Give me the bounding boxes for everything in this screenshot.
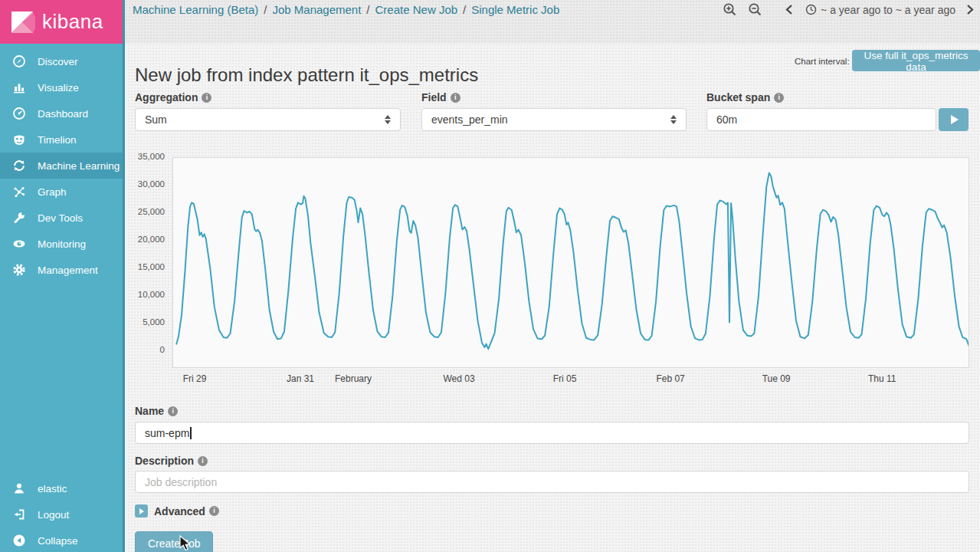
info-icon[interactable]: i	[202, 93, 211, 103]
sidebar-item-timelion[interactable]: Timelion	[0, 127, 123, 153]
sidebar-item-label: Graph	[38, 186, 67, 198]
sidebar-item-discover[interactable]: Discover	[0, 48, 123, 74]
wrench-icon	[11, 211, 27, 225]
info-icon[interactable]: i	[209, 506, 219, 516]
x-axis-tick-label: Fri 05	[538, 373, 592, 384]
sidebar-item-collapse[interactable]: Collapse	[0, 527, 123, 552]
sidebar-item-user-elastic[interactable]: elastic	[0, 475, 123, 501]
sidebar-item-machine-learning[interactable]: Machine Learning	[0, 153, 123, 179]
x-axis-tick-label: Tue 09	[749, 373, 803, 384]
kibana-logo[interactable]: kibana	[0, 0, 123, 44]
sidebar-item-label: Dashboard	[38, 108, 88, 120]
time-range-text: ~ a year ago to ~ a year ago	[821, 4, 955, 16]
x-axis-tick-label: Jan 31	[274, 373, 327, 384]
sidebar-item-management[interactable]: Management	[0, 257, 123, 283]
y-axis-tick-label: 0	[127, 345, 165, 354]
text-caret	[190, 427, 192, 439]
metric-preview-chart[interactable]	[172, 157, 969, 368]
field-select[interactable]: events_per_min	[421, 108, 687, 131]
x-axis-tick-label: Wed 03	[432, 373, 486, 384]
breadcrumb-separator: /	[366, 3, 369, 16]
aggregation-label: Aggregationi	[135, 91, 211, 104]
sidebar-item-dashboard[interactable]: Dashboard	[0, 100, 123, 127]
play-icon	[951, 115, 959, 124]
top-navbar: Machine Learning (Beta)/Job Management/C…	[125, 0, 980, 44]
breadcrumb: Machine Learning (Beta)/Job Management/C…	[133, 3, 559, 16]
breadcrumb-job-management[interactable]: Job Management	[272, 3, 361, 16]
time-forward-chevron-icon[interactable]	[966, 4, 974, 15]
sidebar-item-label: Visualize	[38, 82, 79, 94]
y-axis-tick-label: 15,000	[127, 262, 165, 271]
sidebar-item-label: Dev Tools	[38, 212, 83, 224]
main-content: New job from index pattern it_ops_metric…	[127, 44, 980, 552]
y-axis-tick-label: 25,000	[127, 207, 165, 216]
advanced-toggle[interactable]: Advancedi	[135, 504, 219, 518]
info-icon[interactable]: i	[168, 406, 178, 416]
sidebar-item-label: Collapse	[38, 535, 78, 547]
field-label: Fieldi	[421, 91, 461, 104]
logout-icon	[11, 508, 27, 521]
y-axis-tick-label: 20,000	[127, 235, 165, 244]
breadcrumb-create-new-job[interactable]: Create New Job	[375, 3, 458, 16]
mask-icon	[11, 133, 27, 146]
sidebar-item-label: elastic	[38, 483, 67, 495]
kibana-logo-icon	[9, 9, 35, 35]
description-label: Descriptioni	[135, 455, 208, 467]
collapse-circle-icon	[11, 534, 27, 547]
disclosure-arrow-icon	[135, 504, 148, 518]
page-title: New job from index pattern it_ops_metric…	[135, 64, 478, 86]
play-button[interactable]	[939, 108, 969, 131]
create-job-button[interactable]: Create Job	[135, 531, 213, 552]
sidebar-nav: Discover Visualize Dashboard Timelion Ma…	[0, 48, 123, 283]
gear-icon	[11, 263, 27, 277]
breadcrumb-machine-learning[interactable]: Machine Learning (Beta)	[133, 3, 258, 16]
eye-icon	[11, 237, 27, 251]
sidebar-item-label: Discover	[38, 56, 78, 67]
sidebar-item-monitoring[interactable]: Monitoring	[0, 231, 123, 257]
y-axis-tick-label: 35,000	[127, 152, 165, 161]
select-spinner-icon	[385, 115, 391, 124]
name-label: Namei	[135, 405, 178, 417]
sidebar: kibana Discover Visualize Dashboard Time…	[0, 0, 125, 552]
description-input[interactable]: Job description	[135, 471, 969, 493]
x-axis-tick-label: Feb 07	[644, 373, 697, 384]
bucket-span-input[interactable]: 60m	[706, 108, 936, 131]
time-back-chevron-icon[interactable]	[785, 4, 793, 15]
gauge-icon	[11, 107, 27, 120]
y-axis-tick-label: 5,000	[127, 317, 165, 327]
user-icon	[11, 481, 27, 495]
zoom-out-icon[interactable]	[748, 2, 762, 17]
y-axis-tick-label: 10,000	[127, 290, 165, 299]
use-full-data-button[interactable]: Use full it_ops_metrics data	[852, 50, 980, 71]
y-axis-tick-label: 30,000	[127, 179, 165, 189]
time-controls: ~ a year ago to ~ a year ago	[712, 2, 974, 17]
breadcrumb-single-metric-job[interactable]: Single Metric Job	[471, 3, 559, 16]
kibana-logo-text: kibana	[42, 10, 103, 34]
machine-learning-icon	[11, 159, 27, 172]
sidebar-item-graph[interactable]: Graph	[0, 179, 123, 205]
select-spinner-icon	[670, 115, 677, 124]
x-axis-tick-label: Fri 29	[168, 373, 221, 384]
sidebar-item-label: Machine Learning	[38, 160, 120, 172]
compass-icon	[11, 54, 27, 68]
info-icon[interactable]: i	[774, 93, 784, 103]
graph-network-icon	[11, 185, 27, 199]
time-range-picker[interactable]: ~ a year ago to ~ a year ago	[805, 4, 955, 16]
x-axis-tick-label: February	[326, 373, 380, 384]
sidebar-item-logout[interactable]: Logout	[0, 501, 123, 527]
clock-icon	[805, 4, 817, 15]
x-axis-tick-label: Thu 11	[855, 373, 909, 384]
breadcrumb-separator: /	[463, 3, 466, 16]
aggregation-select[interactable]: Sum	[135, 108, 401, 131]
zoom-in-icon[interactable]	[723, 2, 737, 17]
sidebar-item-label: Logout	[38, 509, 69, 521]
bucket-span-label: Bucket spani	[706, 91, 784, 104]
sidebar-item-dev-tools[interactable]: Dev Tools	[0, 205, 123, 231]
metric-line-series	[176, 172, 969, 349]
sidebar-footer: elastic Logout Collapse	[0, 475, 123, 552]
sidebar-item-visualize[interactable]: Visualize	[0, 74, 123, 100]
name-input[interactable]: sum-epm	[135, 422, 969, 444]
info-icon[interactable]: i	[451, 93, 461, 103]
sidebar-item-label: Management	[38, 264, 98, 276]
info-icon[interactable]: i	[198, 456, 208, 466]
